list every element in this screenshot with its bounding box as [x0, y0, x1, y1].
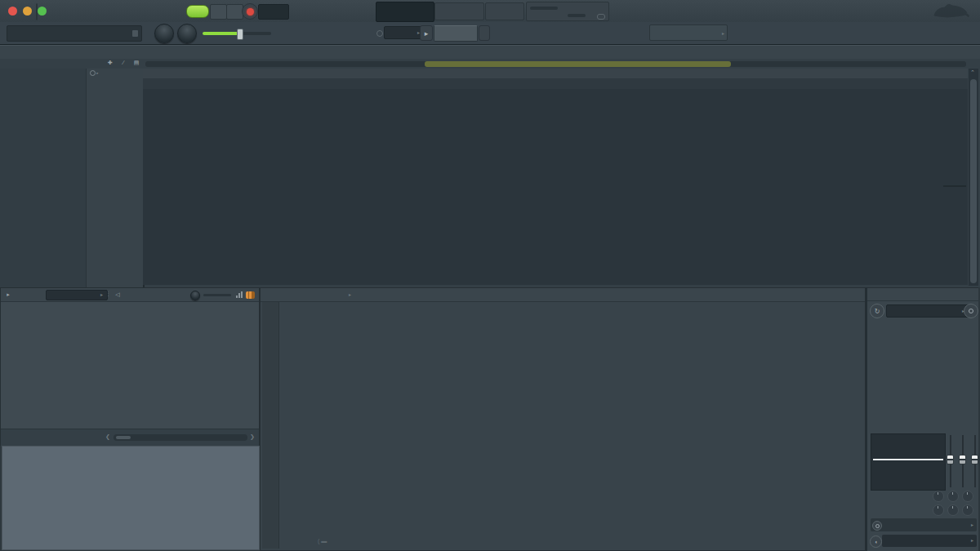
eq-width1-knob[interactable]	[933, 504, 944, 516]
eq-band1-handle[interactable]	[947, 455, 954, 464]
window-minimize-light[interactable]	[23, 7, 32, 16]
menu-bar	[36, 3, 38, 20]
mini-arrow-icon: ▸	[96, 71, 98, 75]
divider-dots: ⋮	[105, 291, 111, 297]
eq-graph[interactable]	[871, 433, 946, 491]
scroll-left-icon[interactable]: ❮	[105, 433, 110, 440]
mem-meter	[568, 14, 586, 17]
fl-studio-screen: ▸ ▸ ▸ ✚	[0, 0, 980, 551]
rack-scroll-handle[interactable]	[116, 436, 131, 439]
output-icon: ◖	[870, 535, 882, 548]
eq-width2-knob[interactable]	[947, 504, 959, 516]
send-slot-row[interactable]: ▸	[871, 518, 977, 531]
status-dot	[376, 30, 383, 37]
eq-width3-knob[interactable]	[962, 504, 973, 516]
empty-dock-panel	[2, 446, 260, 550]
window-zoom-light[interactable]	[38, 7, 47, 16]
swing-slider[interactable]	[203, 294, 231, 296]
clip-lane[interactable]	[143, 78, 968, 89]
scroll-right-icon[interactable]: ❯	[250, 433, 255, 440]
playlist-scroll-row: ✚ ∕ ▤	[0, 59, 980, 69]
slope-icon[interactable]: ∕	[118, 56, 129, 69]
mini-knob[interactable]	[90, 70, 96, 76]
time-display[interactable]	[376, 2, 434, 22]
mixer-master-panel: ↻ ▸ ▸ ◖ ▸	[866, 287, 978, 551]
hscroll-handle[interactable]	[425, 61, 731, 67]
volume-thumb[interactable]	[237, 29, 243, 40]
layout-arrow-icon: ▸	[349, 291, 351, 297]
eq-band2-handle[interactable]	[959, 455, 966, 464]
eq-band3-handle[interactable]	[971, 455, 978, 464]
eq-freq3-knob[interactable]	[962, 491, 973, 502]
eq-freq2-knob[interactable]	[947, 491, 959, 502]
scale-icon[interactable]: ✚	[105, 56, 116, 69]
graph-editor-icon[interactable]	[236, 291, 243, 298]
clip-mini-controls: ▸	[90, 70, 99, 76]
mixer-window: ▸ ( ▬	[260, 287, 866, 551]
master-volume-knob[interactable]	[177, 24, 197, 43]
channel-rack-header: ▸ ▸ ⋮ ◁	[1, 288, 259, 302]
main-volume-slider[interactable]	[203, 32, 271, 35]
track-header[interactable]: ▸	[87, 69, 145, 287]
step-grid-icon[interactable]	[246, 291, 255, 299]
breadcrumb-sep2	[145, 49, 152, 56]
cpu-memory-panel	[526, 2, 609, 21]
mem-pill	[597, 14, 605, 20]
output-row[interactable]: ◖ ▸	[869, 534, 978, 548]
output-selector[interactable]: ▸	[882, 535, 977, 547]
song-mode-switch[interactable]	[186, 5, 209, 18]
mixer-left-rail	[262, 302, 279, 549]
mixer-panel-titlebar	[867, 288, 978, 301]
channel-rack-window: ▸ ▸ ⋮ ◁ ❮ ❯	[0, 287, 260, 446]
mixer-hscroll-fragment[interactable]: ( ▬	[318, 538, 327, 544]
mixer-header: ▸	[261, 288, 865, 302]
rack-speaker-icon: ◁	[112, 288, 123, 301]
eq-curve	[873, 459, 943, 460]
rack-bottom-bar: ❮ ❯	[1, 429, 259, 447]
fl-arrow-icon: ▸	[722, 30, 724, 37]
snap-selector[interactable]: ▸	[384, 26, 425, 39]
play-button[interactable]	[210, 4, 227, 20]
breadcrumb-sep	[139, 49, 145, 56]
plugin-cycle-icon[interactable]: ↻	[870, 304, 884, 318]
pattern-selector[interactable]	[434, 25, 478, 42]
scroll-up-icon[interactable]: ⌃	[970, 69, 975, 76]
hint-bar	[7, 25, 142, 42]
master-pitch-knob[interactable]	[154, 24, 174, 43]
waveform-svg	[143, 89, 968, 285]
slot-clock-icon[interactable]	[964, 304, 978, 318]
secondary-toolbar: ▸ ▸ ▸	[0, 22, 980, 46]
playlist-hscrollbar[interactable]	[145, 61, 966, 67]
audio-clip-waveform[interactable]	[143, 89, 968, 285]
grid-icon[interactable]: ▤	[131, 56, 142, 69]
tempo-display[interactable]	[258, 4, 289, 20]
main-toolbar	[0, 0, 980, 23]
send-clock-icon	[872, 521, 882, 531]
vscroll-handle[interactable]	[970, 79, 977, 283]
pattern-prev-icon[interactable]: ▸	[420, 25, 433, 41]
waveform-tail-line	[943, 185, 966, 187]
swing-knob[interactable]	[190, 291, 200, 300]
window-close-light[interactable]	[8, 7, 17, 16]
hint-panel-1	[434, 2, 484, 20]
channel-group-selector[interactable]: ▸	[46, 290, 108, 300]
record-button[interactable]	[242, 3, 258, 20]
stop-button[interactable]	[226, 4, 243, 20]
cpu-meter	[530, 7, 558, 10]
send-arrow-icon: ▸	[971, 522, 973, 527]
fl-mouse-logo	[931, 2, 970, 20]
playlist-window: ✚ ∕ ▤ ▸ ⌃	[0, 45, 980, 287]
hint-panel-2	[485, 2, 524, 20]
record-icon	[247, 8, 254, 16]
hint-icon	[132, 30, 138, 37]
eq-freq1-knob[interactable]	[933, 491, 944, 502]
rack-hscrollbar[interactable]	[114, 434, 247, 441]
clip-source-list	[0, 69, 87, 287]
fl-version-panel[interactable]: ▸	[649, 24, 728, 41]
volume-fill	[203, 32, 238, 35]
top-slot-selector[interactable]: ▸	[886, 304, 969, 318]
rack-menu-icon[interactable]: ▸	[2, 288, 14, 301]
pattern-add-icon[interactable]	[479, 25, 490, 41]
output-arrow-icon: ▸	[971, 535, 973, 547]
playlist-vscrollbar[interactable]: ⌃	[969, 69, 978, 286]
